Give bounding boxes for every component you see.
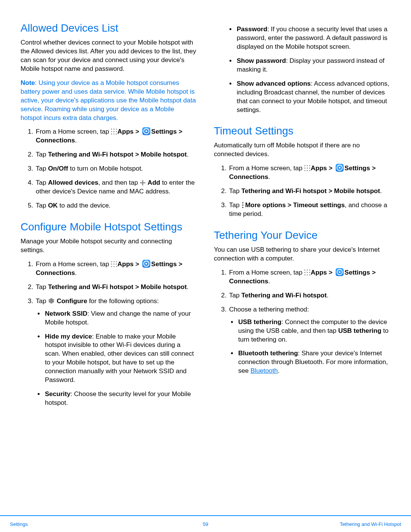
configure-step-2: Tap Tethering and Wi-Fi hotspot > Mobile… [35, 283, 196, 292]
bold: Password [237, 26, 267, 33]
opt-security: Security: Choose the security level for … [44, 390, 196, 407]
allowed-steps: From a Home screen, tap Apps > Settings … [21, 128, 196, 210]
text: to add the device. [58, 202, 111, 209]
bluetooth-link[interactable]: Bluetooth [250, 367, 278, 374]
timeout-step-1: From a Home screen, tap Apps > Settings … [228, 164, 390, 182]
text: to turn on Mobile hotspot. [68, 165, 143, 172]
text: . [187, 283, 189, 291]
bold: Tethering and Wi-Fi hotspot > Mobile hot… [48, 283, 187, 291]
text: Tap [36, 179, 48, 186]
bold: USB tethering [238, 318, 281, 326]
bold: Tethering and Wi-Fi hotspot [241, 292, 327, 299]
text: From a Home screen, tap [36, 260, 111, 268]
bold: On/Off [48, 165, 68, 172]
timeout-step-3: Tap More options > Timeout settings, and… [228, 201, 390, 219]
text: From a Home screen, tap [229, 269, 304, 276]
text: Tap [229, 187, 241, 195]
opt-hide: Hide my device: Enable to make your Mobi… [44, 332, 196, 385]
configure-step-1: From a Home screen, tap Apps > Settings … [35, 260, 196, 278]
text: . [75, 137, 77, 144]
text: . [268, 173, 270, 181]
bold: USB tethering [338, 327, 381, 334]
settings-icon [142, 127, 150, 135]
allowed-step-5: Tap OK to add the device. [35, 201, 196, 210]
bold: More options > Timeout settings [245, 201, 345, 209]
configure-options: Network SSID: View and change the name o… [36, 310, 196, 407]
configure-section: Configure Mobile Hotspot Settings Manage… [21, 220, 196, 407]
more-options-icon [241, 202, 244, 208]
text: . [187, 151, 189, 158]
tethering-step-3: Choose a tethering method: USB tethering… [228, 305, 390, 376]
timeout-steps: From a Home screen, tap Apps > Settings … [214, 164, 390, 219]
text: for the following options: [87, 297, 159, 305]
configure-options-cont: Password: If you choose a security level… [214, 25, 390, 114]
bold: OK [48, 202, 58, 209]
tethering-options: USB tethering: Connect the computer to t… [229, 318, 390, 376]
apps-label: Apps > [311, 269, 334, 276]
right-column: Password: If you choose a security level… [214, 21, 390, 417]
apps-icon [304, 269, 311, 276]
tethering-steps: From a Home screen, tap Apps > Settings … [214, 268, 390, 375]
text: Tap [36, 297, 48, 305]
text: Tap [36, 202, 48, 209]
opt-bluetooth: Bluetooth tethering: Share your device's… [237, 349, 390, 375]
configure-intro: Manage your Mobile hotspot security and … [21, 237, 196, 255]
footer-left: Settings [10, 521, 28, 527]
tethering-step-1: From a Home screen, tap Apps > Settings … [228, 268, 390, 286]
allowed-step-3: Tap On/Off to turn on Mobile hotspot. [35, 165, 196, 173]
text: From a Home screen, tap [36, 128, 111, 135]
bold: Allowed devices [48, 179, 98, 186]
allowed-heading: Allowed Devices List [21, 21, 196, 35]
settings-icon [142, 260, 150, 268]
text: . [327, 292, 328, 299]
allowed-step-1: From a Home screen, tap Apps > Settings … [35, 128, 196, 145]
opt-password: Password: If you choose a security level… [236, 25, 390, 51]
text: Tap [229, 201, 241, 209]
text: , and then tap [98, 179, 140, 186]
text: . [278, 367, 280, 374]
bold: Hide my device [45, 333, 92, 340]
bold: Show advanced options [237, 80, 311, 87]
allowed-note: Note: Using your device as a Mobile hots… [21, 79, 196, 123]
text: : Enable to make your Mobile hotspot inv… [45, 333, 194, 384]
timeout-intro: Automatically turn off Mobile hotspot if… [214, 141, 390, 159]
bold: Tethering and Wi-Fi hotspot > Mobile hot… [241, 187, 380, 195]
bold: Configure [57, 297, 87, 305]
allowed-step-2: Tap Tethering and Wi-Fi hotspot > Mobile… [35, 150, 196, 159]
timeout-step-2: Tap Tethering and Wi-Fi hotspot > Mobile… [228, 187, 390, 196]
opt-show-password: Show password: Display your password ins… [236, 57, 390, 74]
tethering-step-2: Tap Tethering and Wi-Fi hotspot. [228, 291, 390, 300]
bold: Network SSID [45, 310, 87, 317]
settings-icon [336, 268, 344, 276]
text: Tap [36, 283, 48, 291]
text: Tap [36, 151, 48, 158]
configure-step-3: Tap Configure for the following options:… [35, 297, 196, 407]
apps-label: Apps > [311, 165, 334, 172]
bold: Security [45, 390, 70, 398]
text: Choose a tethering method: [229, 306, 309, 313]
allowed-devices-section: Allowed Devices List Control whether dev… [21, 21, 196, 210]
text: Tap [36, 165, 48, 172]
opt-usb: USB tethering: Connect the computer to t… [237, 318, 390, 344]
footer-page-number: 59 [203, 521, 208, 527]
text: . [75, 269, 77, 276]
timeout-heading: Timeout Settings [214, 124, 390, 137]
tethering-section: Tethering Your Device You can use USB te… [214, 228, 390, 375]
opt-advanced: Show advanced options: Access advanced o… [236, 80, 390, 115]
apps-icon [304, 165, 311, 171]
allowed-step-4: Tap Allowed devices, and then tap Add to… [35, 179, 196, 196]
allowed-intro: Control whether devices connect to your … [21, 38, 196, 73]
manual-page: Allowed Devices List Control whether dev… [0, 0, 411, 532]
timeout-section: Timeout Settings Automatically turn off … [214, 124, 390, 219]
tethering-heading: Tethering Your Device [214, 228, 390, 242]
bold: Bluetooth tethering [238, 350, 298, 357]
configure-heading: Configure Mobile Hotspot Settings [21, 220, 196, 233]
text: . [268, 278, 270, 285]
page-footer: Settings 59 Tethering and Wi-Fi Hotspot [0, 515, 411, 532]
opt-ssid: Network SSID: View and change the name o… [44, 310, 196, 327]
text: From a Home screen, tap [229, 165, 304, 172]
bold: Show password [237, 57, 286, 64]
text: . [380, 187, 382, 195]
left-column: Allowed Devices List Control whether dev… [21, 21, 196, 417]
bold: Add [148, 179, 160, 186]
